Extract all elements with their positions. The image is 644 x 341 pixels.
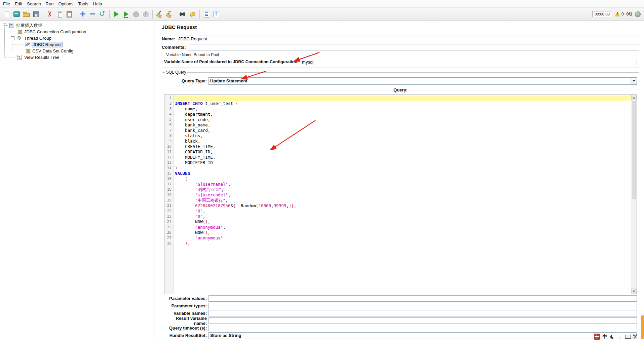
query-timeout-s-input[interactable]: [209, 325, 637, 331]
combo-value: Store as String: [209, 333, 241, 338]
editor-line: 2INSERT INTO t_user_test (: [164, 101, 631, 106]
scroll-up-icon[interactable]: [631, 95, 637, 100]
function-helper-button[interactable]: [202, 9, 211, 19]
ime-moon-icon[interactable]: [609, 334, 615, 340]
comments-input[interactable]: [188, 44, 639, 50]
start-no-pauses-button[interactable]: [121, 9, 131, 19]
editor-line: 5 user_code,: [164, 117, 631, 122]
line-number: 13: [164, 160, 174, 165]
line-number: 6: [164, 122, 174, 128]
line-number: 21: [164, 203, 174, 209]
help-button[interactable]: [212, 9, 221, 19]
editor-line: 21 62284802187956${__Random(10000,99999,…: [164, 203, 631, 209]
editor-line: 10 CREATE_TIME,: [164, 144, 631, 149]
line-number: 3: [164, 106, 174, 112]
menu-edit[interactable]: Edit: [12, 1, 25, 7]
clear-all-button[interactable]: [164, 9, 174, 19]
ime-keyboard-icon[interactable]: [625, 334, 631, 340]
query-label: Query:: [164, 87, 637, 93]
tree-item[interactable]: Thread Group: [11, 35, 154, 41]
toggle-button[interactable]: [98, 9, 107, 19]
line-number: 27: [164, 235, 174, 241]
ime-chinese-icon[interactable]: 中: [602, 334, 608, 340]
menu-help[interactable]: Help: [91, 1, 105, 7]
code-line: department,: [174, 112, 631, 117]
code-line: CREATOR_ID,: [174, 149, 631, 155]
line-number: 1: [164, 96, 174, 101]
open-file-button[interactable]: [22, 9, 31, 19]
paste-button[interactable]: [65, 9, 74, 19]
tree-expand-knob[interactable]: [11, 36, 14, 40]
tree-item[interactable]: CSV Data Set Config: [25, 48, 154, 54]
pool-variable-row: Variable Name of Pool declared in JDBC C…: [164, 58, 637, 66]
search-reset-icon: [188, 10, 197, 18]
parameter-values-input[interactable]: [209, 295, 637, 302]
menu-tools[interactable]: Tools: [76, 1, 90, 7]
start-icon: [112, 10, 121, 18]
menu-run[interactable]: Run: [43, 1, 56, 7]
code-line: MODIFY_TIME,: [174, 155, 631, 160]
sql-fields: Parameter values:Parameter types:Variabl…: [164, 295, 637, 339]
tree-expand-knob[interactable]: [3, 24, 6, 27]
ime-handle[interactable]: [641, 315, 644, 339]
remove-icon: [88, 10, 97, 18]
toggle-icon: [98, 10, 107, 18]
code-line: user_code,: [174, 117, 631, 122]
stop-button[interactable]: [131, 9, 141, 19]
start-button[interactable]: [112, 9, 121, 19]
ime-punct-icon[interactable]: ·,: [617, 334, 623, 340]
menu-search[interactable]: Search: [25, 1, 43, 7]
menu-options[interactable]: Options: [56, 1, 76, 7]
field-label: Query timeout (s):: [164, 326, 207, 331]
name-input[interactable]: [177, 36, 639, 42]
search-button[interactable]: [178, 9, 188, 19]
menubar: FileEditSearchRunOptionsToolsHelp: [0, 0, 644, 8]
thread-count: 0/1: [627, 12, 632, 16]
cut-button[interactable]: [45, 9, 54, 19]
line-number: 17: [164, 182, 174, 187]
template-button[interactable]: [12, 9, 21, 19]
scrollbar-thumb[interactable]: [632, 101, 636, 199]
result-variable-name-input[interactable]: [209, 317, 637, 324]
stop-icon: [131, 10, 140, 18]
variable-names-input[interactable]: [209, 310, 637, 316]
menu-file[interactable]: File: [1, 1, 12, 7]
add-button[interactable]: [78, 9, 88, 19]
editor-scrollbar[interactable]: [631, 95, 637, 294]
toolbar: 00:00:00 0 0/1: [0, 8, 644, 21]
line-number: 2: [164, 101, 174, 106]
jdbc-request-panel: JDBC Request Name: Comments: Variable Na…: [158, 21, 644, 341]
query-type-combo[interactable]: Update Statement: [209, 77, 637, 85]
code-line: status,: [174, 133, 631, 139]
handle-resultset-combo[interactable]: Store as String: [209, 332, 637, 339]
clear-button[interactable]: [155, 9, 164, 19]
tree-item[interactable]: View Results Tree: [17, 54, 154, 61]
search-reset-button[interactable]: [188, 9, 197, 19]
combo-arrow-button[interactable]: [631, 78, 637, 84]
pool-variable-input[interactable]: [301, 59, 637, 65]
new-file-button[interactable]: [2, 9, 11, 19]
save-button[interactable]: [31, 9, 41, 19]
editor-line: 20 "中国工商银行",: [164, 198, 631, 203]
copy-button[interactable]: [55, 9, 64, 19]
sql-group-title: SQL Query: [165, 70, 187, 75]
panel-splitter[interactable]: [154, 21, 158, 341]
field-label: Result variable name:: [164, 316, 207, 326]
comments-label: Comments:: [162, 45, 186, 50]
tree-item[interactable]: JDBC Connection Configuration: [17, 29, 154, 35]
shutdown-button[interactable]: [141, 9, 150, 19]
toolbar-status: 00:00:00 0 0/1: [592, 11, 642, 17]
ime-grid-icon[interactable]: [594, 334, 600, 340]
line-number: 15: [164, 171, 174, 176]
log-error-indicator[interactable]: 0: [615, 12, 624, 16]
pool-group-title: Variable Name Bound to Pool: [165, 52, 220, 57]
parameter-types-input[interactable]: [209, 303, 637, 309]
cut-icon: [45, 10, 54, 18]
code-line: "测试营业部",: [174, 187, 631, 192]
remove-button[interactable]: [88, 9, 98, 19]
tree-item[interactable]: JDBC Request: [25, 41, 154, 48]
ime-tools-icon[interactable]: [633, 334, 639, 340]
scroll-down-icon[interactable]: [631, 289, 637, 294]
sql-query-editor[interactable]: 12INSERT INTO t_user_test (3 name,4 depa…: [164, 94, 637, 294]
tree-item[interactable]: 批量插入数据: [3, 22, 154, 29]
